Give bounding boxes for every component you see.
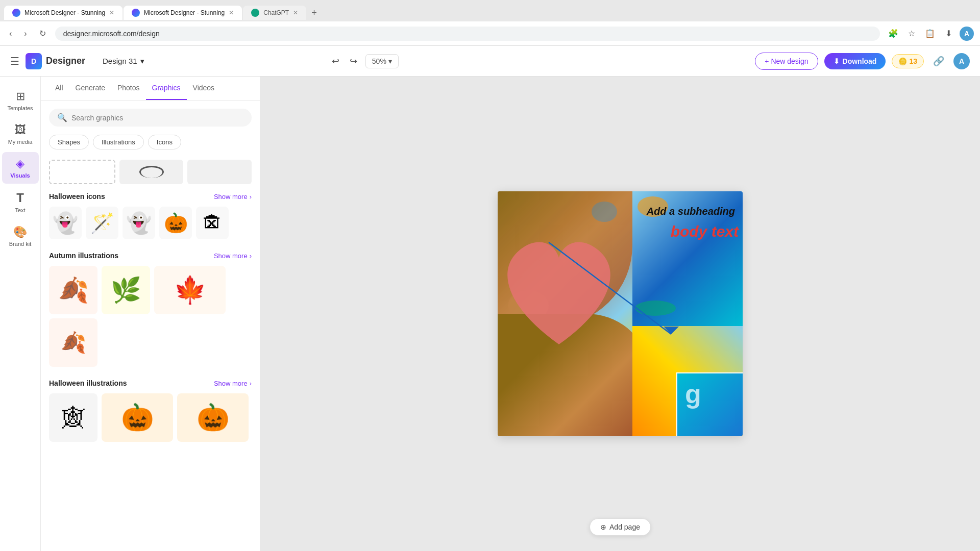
account-button[interactable]: A <box>953 53 970 69</box>
svg-line-0 <box>549 242 671 334</box>
pumpkin-icon: 🎃 <box>164 212 188 234</box>
halloween-icon-ghost-1[interactable]: 👻 <box>49 207 82 239</box>
tab-all[interactable]: All <box>49 77 69 100</box>
halloween-icons-show-more[interactable]: Show more › <box>214 193 252 201</box>
autumn-illus-2[interactable]: 🌿 <box>102 266 150 314</box>
tab-1-label: Microsoft Designer - Stunning <box>24 9 105 16</box>
add-page-button[interactable]: ⊕ Add page <box>590 518 651 536</box>
favorites-icon[interactable]: ☆ <box>904 27 919 41</box>
canvas-subheading-text[interactable]: Add a subheading <box>647 206 735 217</box>
new-tab-button[interactable]: + <box>307 6 321 20</box>
ghost-2-icon: 👻 <box>126 211 152 235</box>
sidebar-item-visuals[interactable]: ◈ Visuals <box>2 152 39 184</box>
tab-favicon-1 <box>12 9 20 17</box>
halloween-illus-show-more-chevron: › <box>250 380 252 387</box>
tab-bar: Microsoft Designer - Stunning ✕ Microsof… <box>0 0 980 21</box>
tab-favicon-2 <box>132 9 140 17</box>
canvas-area: Add a subheading body text g ⊕ Add page <box>260 77 980 551</box>
halloween-icons-section: Halloween icons Show more › 👻 🪄 👻 <box>49 192 252 239</box>
search-bar[interactable]: 🔍 <box>49 109 252 127</box>
text-label: Text <box>15 207 25 213</box>
download-button[interactable]: ⬇ Download <box>824 53 886 69</box>
halloween-illustrations-show-more[interactable]: Show more › <box>214 380 252 387</box>
halloween-icon-pumpkin[interactable]: 🎃 <box>159 207 192 239</box>
tab-3[interactable]: ChatGPT ✕ <box>243 6 306 20</box>
tab-1[interactable]: Microsoft Designer - Stunning ✕ <box>4 6 122 20</box>
sidebar-item-text[interactable]: T Text <box>2 186 39 218</box>
pumpkin-illus-1-icon: 🎃 <box>121 402 154 433</box>
zoom-chevron: ▾ <box>388 57 392 65</box>
design-name-label: Design 31 <box>103 57 137 65</box>
tab-videos[interactable]: Videos <box>187 77 221 100</box>
spider-web-icon: 🕸 <box>62 405 85 431</box>
back-button[interactable]: ‹ <box>6 27 15 40</box>
hamburger-menu[interactable]: ☰ <box>10 55 19 67</box>
downloads-icon[interactable]: ⬇ <box>941 27 955 41</box>
shape-preview-row <box>49 160 252 184</box>
tab-2-close[interactable]: ✕ <box>229 9 234 16</box>
download-icon: ⬇ <box>834 57 840 65</box>
autumn-illus-4-icon: 🍂 <box>61 331 86 355</box>
sidebar-item-brand-kit[interactable]: 🎨 Brand kit <box>2 220 39 252</box>
design-name-chevron: ▾ <box>140 57 144 66</box>
shape-dotted-pattern[interactable] <box>49 160 115 184</box>
halloween-illus-show-more-label: Show more <box>214 380 248 387</box>
tab-1-close[interactable]: ✕ <box>109 9 114 16</box>
shape-arc-preview[interactable] <box>119 160 184 184</box>
halloween-icon-cauldron[interactable]: 🪄 <box>86 207 118 239</box>
tab-generate[interactable]: Generate <box>69 77 111 100</box>
shape-3[interactable] <box>187 160 252 184</box>
autumn-illus-4[interactable]: 🍂 <box>49 318 97 367</box>
templates-icon: ⊞ <box>16 90 25 103</box>
url-input[interactable] <box>55 27 880 41</box>
autumn-illustrations-grid: 🍂 🌿 🍁 🍂 <box>49 266 252 367</box>
sidebar-item-my-media[interactable]: 🖼 My media <box>2 118 39 150</box>
autumn-illus-3[interactable]: 🍁 <box>154 266 226 314</box>
halloween-icon-haunted-house[interactable]: 🏚 <box>196 207 229 239</box>
tab-2-label: Microsoft Designer - Stunning <box>144 9 225 16</box>
show-more-chevron: › <box>250 193 252 201</box>
filter-illustrations[interactable]: Illustrations <box>93 135 144 149</box>
extensions-icon[interactable]: 🧩 <box>886 27 900 41</box>
logo-icon: D <box>26 53 42 69</box>
halloween-icon-ghost-2[interactable]: 👻 <box>122 207 155 239</box>
add-page-label: Add page <box>609 523 640 531</box>
sidebar-item-templates[interactable]: ⊞ Templates <box>2 85 39 116</box>
share-button[interactable]: 🔗 <box>930 53 947 70</box>
forward-button[interactable]: › <box>21 27 30 40</box>
tab-photos[interactable]: Photos <box>111 77 146 100</box>
design-name-button[interactable]: Design 31 ▾ <box>97 54 150 69</box>
refresh-button[interactable]: ↻ <box>36 27 49 40</box>
tab-3-close[interactable]: ✕ <box>293 9 298 16</box>
pumpkin-illus-2-icon: 🎃 <box>197 402 230 433</box>
tab-2[interactable]: Microsoft Designer - Stunning ✕ <box>124 6 242 20</box>
autumn-illustrations-header: Autumn illustrations Show more › <box>49 252 252 260</box>
halloween-illus-spider[interactable]: 🕸 <box>49 393 97 442</box>
collections-icon[interactable]: 📋 <box>923 27 937 41</box>
search-input[interactable] <box>71 114 243 122</box>
brand-kit-label: Brand kit <box>9 241 31 247</box>
autumn-illustrations-show-more[interactable]: Show more › <box>214 252 252 260</box>
new-design-button[interactable]: + New design <box>755 53 818 70</box>
coin-badge: 🪙 13 <box>892 54 924 68</box>
autumn-show-more-chevron: › <box>250 252 252 260</box>
halloween-illus-pumpkin-1[interactable]: 🎃 <box>102 393 173 442</box>
design-canvas[interactable]: Add a subheading body text g <box>498 191 743 436</box>
panel-content: 🔍 Shapes Illustrations Icons Hallo <box>41 101 260 551</box>
filter-icons[interactable]: Icons <box>148 135 181 149</box>
browser-icons: 🧩 ☆ 📋 ⬇ A <box>886 27 974 41</box>
redo-button[interactable]: ↪ <box>346 53 361 70</box>
undo-button[interactable]: ↩ <box>328 53 344 70</box>
filter-shapes[interactable]: Shapes <box>49 135 89 149</box>
halloween-illus-pumpkin-2[interactable]: 🎃 <box>177 393 249 442</box>
graphics-panel: All Generate Photos Graphics Videos 🔍 Sh… <box>41 77 260 551</box>
tab-favicon-3 <box>251 9 259 17</box>
panel-tabs: All Generate Photos Graphics Videos <box>41 77 260 101</box>
halloween-illustrations-title: Halloween illustrations <box>49 379 127 387</box>
autumn-illus-1[interactable]: 🍂 <box>49 266 97 314</box>
halloween-icons-grid: 👻 🪄 👻 🎃 🏚 <box>49 207 252 239</box>
profile-icon[interactable]: A <box>960 27 974 41</box>
zoom-selector[interactable]: 50% ▾ <box>365 54 399 68</box>
canvas-body-text[interactable]: body text <box>671 223 739 240</box>
tab-graphics[interactable]: Graphics <box>146 77 187 100</box>
